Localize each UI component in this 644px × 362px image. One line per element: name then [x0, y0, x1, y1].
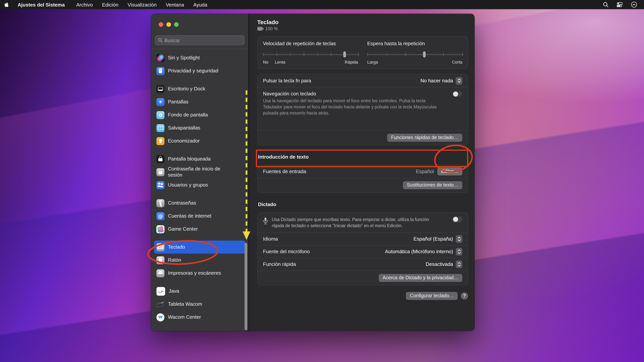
dictation-toggle[interactable] [452, 216, 462, 222]
sidebar-scrollbar[interactable] [244, 243, 247, 330]
keyboard-navigation-description: Usa la navegación del teclado para mover… [263, 98, 443, 116]
users-icon [156, 181, 164, 189]
close-button[interactable] [159, 22, 163, 27]
keyboard-pane: Teclado 100 % Velocidad de repetición de… [249, 14, 474, 331]
sidebar-item-label: Fondo de pantalla [168, 112, 208, 118]
setup-keyboard-button[interactable]: Configurar teclado… [406, 292, 458, 300]
dictation-language-select[interactable] [456, 235, 462, 243]
dictation-shortcut-label: Función rápida [263, 261, 296, 267]
menu-ayuda[interactable]: Ayuda [188, 2, 212, 7]
sidebar-item-contraseñas[interactable]: Contraseñas [154, 197, 245, 210]
sidebar-item-teclado[interactable]: Teclado [154, 241, 245, 254]
search-icon[interactable] [603, 2, 608, 7]
chevron-down-icon [458, 252, 460, 254]
dictation-description: Usa Dictado siempre que escribas texto. … [272, 216, 448, 229]
dictation-shortcut-select[interactable] [456, 261, 462, 268]
sidebar-item-label: Impresoras y escáneres [168, 270, 221, 276]
sidebar-item-label: Game Center [168, 226, 198, 232]
slider-label: Espera hasta la repetición [367, 41, 462, 46]
wacomcenter-icon [156, 313, 164, 321]
sidebar-item-label: Pantalla bloqueada [168, 156, 211, 162]
sidebar-item-tableta-wacom[interactable]: Tableta Wacom [154, 298, 245, 311]
keyboard-shortcuts-row: Funciones rápidas de teclado… [258, 130, 468, 145]
sidebar-item-contraseña-de-inicio-de-sesión[interactable]: Contraseña de inicio de sesión [154, 165, 245, 179]
menu-extra-chevron-icon[interactable] [631, 1, 637, 8]
key-repeat-slider: Velocidad de repetición de teclas NoLent… [263, 41, 358, 65]
menu-bar-status [603, 1, 644, 8]
sidebar-item-fondo-de-pantalla[interactable]: Fondo de pantalla [154, 108, 245, 121]
slider-thumb[interactable] [344, 51, 346, 57]
sidebar-item-label: Privacidad y seguridad [168, 68, 218, 74]
sidebar-item-cuentas-de-internet[interactable]: Cuentas de internet [154, 210, 245, 223]
keyboard-navigation-toggle[interactable] [452, 91, 462, 97]
dictation-enable-row: Usa Dictado siempre que escribas texto. … [258, 212, 468, 232]
slider-track [263, 51, 358, 57]
keyboard-navigation-label: Navegación con teclado [263, 91, 443, 96]
apple-menu[interactable] [0, 2, 13, 7]
zoom-button[interactable] [174, 22, 179, 27]
help-button[interactable]: ? [461, 292, 468, 300]
slider-scale-label: Rápida [344, 60, 358, 64]
dock-icon [156, 85, 164, 93]
slider-track [367, 51, 462, 57]
text-substitutions-button[interactable]: Sustituciones de texto… [403, 181, 462, 189]
screensaver-icon [156, 124, 164, 132]
dictation-language-value: Español (España) [414, 236, 453, 242]
sidebar-item-salvapantallas[interactable]: Salvapantallas [154, 121, 245, 134]
sidebar-item-label: Teclado [168, 244, 185, 250]
control-center-icon[interactable] [616, 2, 623, 7]
sidebar-item-usuarios-y-grupos[interactable]: Usuarios y grupos [154, 179, 245, 192]
chevron-up-icon [458, 78, 460, 80]
battery-charging-icon [257, 27, 264, 31]
sidebar-item-label: Wacom Center [168, 314, 201, 321]
chevron-up-icon [458, 262, 460, 264]
microphone-source-select[interactable] [456, 248, 462, 256]
minimize-button[interactable] [166, 22, 171, 27]
sidebar-item-game-center[interactable]: Game Center [154, 223, 245, 236]
sidebar-item-escritorio-y-dock[interactable]: Escritorio y Dock [154, 82, 245, 95]
dictation-privacy-button[interactable]: Acerca de Dictado y la privacidad… [379, 274, 462, 282]
keyboard-battery-status: 100 % [257, 26, 468, 31]
input-sources-label: Fuentes de entrada [263, 168, 306, 174]
apple-icon [4, 2, 9, 7]
sidebar-item-wacom-center[interactable]: Wacom Center [154, 311, 245, 324]
slider-thumb[interactable] [423, 51, 426, 57]
search-icon [158, 38, 162, 42]
sidebar-item-siri-y-spotlight[interactable]: Siri y Spotlight [154, 51, 245, 64]
menu-visualización[interactable]: Visualización [123, 2, 161, 7]
slider-scale-label: Lenta [275, 60, 286, 64]
menu-bar: Ajustes del Sistema ArchivoEdiciónVisual… [0, 0, 644, 9]
wallpaper-icon [156, 111, 164, 119]
chevron-down-icon [458, 81, 460, 83]
menu-edición[interactable]: Edición [97, 2, 123, 7]
sidebar-item-pantalla-bloqueada[interactable]: Pantalla bloqueada [154, 152, 245, 165]
lockscreen-icon [156, 155, 164, 163]
sidebar-item-economizador[interactable]: Economizador [154, 134, 245, 147]
input-sources-row: Fuentes de entrada Español Editar… [258, 165, 468, 178]
menu-archivo[interactable]: Archivo [72, 2, 98, 7]
search-input[interactable]: Buscar [155, 35, 244, 45]
sidebar-item-label: Pantallas [168, 99, 188, 105]
window-controls [159, 22, 179, 27]
sidebar-item-ratón[interactable]: Ratón [154, 254, 245, 267]
menu-ventana[interactable]: Ventana [161, 2, 188, 7]
sidebar-item-impresoras-y-escáneres[interactable]: Impresoras y escáneres [154, 267, 245, 280]
sidebar-item-pantallas[interactable]: Pantallas [154, 95, 245, 108]
keyboard-shortcuts-button[interactable]: Funciones rápidas de teclado… [387, 133, 462, 142]
slider-scale-label: No [263, 60, 268, 64]
fn-key-label: Pulsar la tecla fn para [263, 78, 311, 83]
sidebar-item-label: Contraseña de inicio de sesión [168, 166, 226, 178]
menu-app-name[interactable]: Ajustes del Sistema [13, 2, 70, 7]
pane-footer: Configurar teclado… ? [257, 292, 468, 300]
chevron-down-icon [458, 239, 460, 241]
dictation-shortcut-row: Función rápida Desactivada [258, 258, 468, 271]
sidebar-item-label: Tableta Wacom [168, 301, 202, 307]
battery-icon [156, 137, 164, 145]
fn-and-navigation-group: Pulsar la tecla fn para No hacer nada Na… [257, 74, 468, 145]
slider-scale-label: Corta [452, 60, 462, 64]
fn-key-select[interactable] [456, 77, 462, 84]
sidebar-item-privacidad-y-seguridad[interactable]: Privacidad y seguridad [154, 64, 245, 77]
edit-input-sources-button[interactable]: Editar… [438, 167, 462, 175]
loginpassword-icon [156, 168, 164, 176]
sidebar-item-java[interactable]: Java [154, 285, 245, 298]
